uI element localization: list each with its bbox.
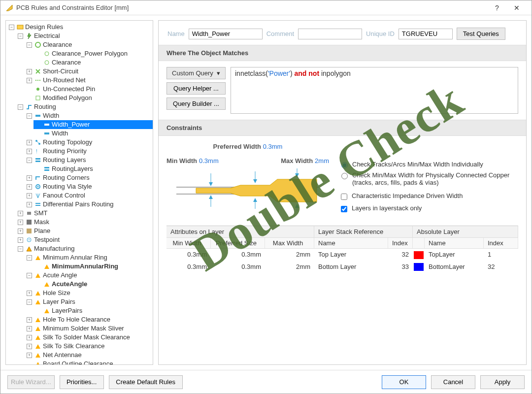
svg-marker-29 — [35, 256, 40, 260]
rule-wizard-button[interactable]: Rule Wizard... — [7, 375, 55, 389]
tree-clearance-power[interactable]: Clearance_Power Polygon — [33, 49, 153, 58]
tree-rcorners[interactable]: +Routing Corners — [25, 173, 153, 182]
tree-msms[interactable]: +Minimum Solder Mask Sliver — [25, 324, 153, 333]
tree-unconn[interactable]: Un-Connected Pin — [25, 85, 153, 94]
check-connected-radio[interactable] — [341, 173, 348, 179]
tree-s2s[interactable]: +Silk To Silk Clearance — [25, 342, 153, 351]
width-diagram: Preferred Width 0.3mm Min Width0.3mm Max… — [166, 143, 329, 212]
tree-label: Design Rules — [25, 23, 63, 32]
svg-rect-10 — [44, 132, 49, 134]
tree-testpoint[interactable]: +Testpoint — [16, 235, 153, 244]
tree-rlayers-leaf[interactable]: RoutingLayers — [33, 164, 153, 173]
svg-marker-31 — [35, 273, 40, 278]
tree-short[interactable]: +Short-Circuit — [25, 67, 153, 76]
comment-label: Comment — [266, 30, 294, 37]
svg-marker-41 — [35, 362, 40, 365]
tree-topo[interactable]: +Routing Topology — [25, 138, 153, 147]
svg-point-6 — [36, 88, 39, 91]
tree-routing[interactable]: −Routing — [16, 102, 153, 111]
chevron-down-icon: ▾ — [217, 69, 220, 77]
svg-marker-55 — [295, 204, 299, 208]
svg-marker-33 — [35, 291, 40, 296]
tree-hole[interactable]: +Hole Size — [25, 289, 153, 297]
svg-marker-45 — [209, 182, 213, 186]
table-row[interactable]: 0.3mm0.3mm2mmTop Layer32TopLayer1 — [166, 249, 518, 261]
svg-rect-8 — [35, 115, 40, 117]
svg-marker-0 — [6, 5, 12, 11]
layer-grid-groups: Attributes on Layer Layer Stack Referenc… — [166, 226, 518, 238]
window-title: PCB Rules and Constraints Editor [mm] — [16, 4, 487, 11]
impedance-checkbox[interactable] — [341, 194, 347, 200]
svg-point-27 — [29, 239, 30, 240]
create-default-rules-button[interactable]: Create Default Rules — [109, 375, 183, 389]
tree-manu[interactable]: −Manufacturing — [16, 244, 153, 253]
match-header: Where The Object Matches — [159, 45, 526, 61]
tree-electrical[interactable]: −Electrical — [16, 32, 153, 40]
tree-plane[interactable]: +Plane — [16, 227, 153, 235]
tree-diff[interactable]: +Differential Pairs Routing — [25, 200, 153, 209]
tree-smt[interactable]: +SMT — [16, 209, 153, 218]
query-helper-button[interactable]: Query Helper ... — [166, 82, 226, 95]
query-textbox[interactable]: innetclass('Power') and not inpolygon — [231, 67, 518, 114]
apply-button[interactable]: Apply — [480, 375, 525, 389]
name-label: Name — [167, 30, 185, 37]
tree-modpoly[interactable]: Modified Polygon — [25, 94, 153, 102]
uid-field[interactable] — [399, 29, 453, 39]
tree-prio[interactable]: +!Routing Priority — [25, 147, 153, 156]
cancel-button[interactable]: Cancel — [431, 375, 475, 389]
table-row[interactable]: 0.3mm0.3mm2mmBottom Layer33BottomLayer32 — [166, 261, 518, 273]
tree-width-grp[interactable]: −Width — [25, 111, 153, 120]
rules-tree[interactable]: −Design Rules −Electrical −Clearance Cle… — [5, 20, 153, 365]
dialog-footer: Rule Wizard... Priorities... Create Defa… — [0, 370, 532, 394]
svg-marker-30 — [44, 264, 49, 269]
svg-line-13 — [37, 141, 39, 143]
constraint-options: Check Tracks/Arcs Min/Max Width Individu… — [339, 143, 518, 217]
layer-grid-columns: Min Width Preferred Size Max Width Name … — [166, 238, 518, 249]
tree-unrouted[interactable]: +Un-Routed Net — [25, 76, 153, 85]
svg-marker-47 — [209, 195, 213, 199]
tree-width-leaf[interactable]: Width — [33, 129, 153, 138]
tree-h2h[interactable]: +Hole To Hole Clearance — [25, 315, 153, 324]
svg-marker-39 — [35, 344, 40, 349]
svg-point-3 — [45, 52, 49, 56]
query-builder-button[interactable]: Query Builder ... — [166, 98, 226, 110]
tree-minann-leaf[interactable]: MinimumAnnularRing — [33, 262, 153, 271]
tree-fanout[interactable]: +Fanout Control — [25, 191, 153, 200]
svg-rect-18 — [44, 169, 49, 171]
match-scope-dropdown[interactable]: Custom Query▾ — [166, 67, 226, 79]
constraints-body: Preferred Width 0.3mm Min Width0.3mm Max… — [159, 136, 526, 364]
layerstack-checkbox[interactable] — [341, 206, 347, 212]
priorities-button[interactable]: Priorities... — [60, 375, 104, 389]
close-button[interactable]: ✕ — [507, 4, 527, 12]
tree-lpairs-leaf[interactable]: LayerPairs — [33, 306, 153, 315]
svg-rect-15 — [35, 158, 40, 160]
name-field[interactable] — [189, 29, 263, 39]
check-individually-radio[interactable] — [341, 162, 348, 168]
tree-boc[interactable]: Board Outline Clearance — [25, 360, 153, 365]
tree-acute-leaf[interactable]: AcuteAngle — [33, 280, 153, 289]
tree-rvia[interactable]: +Routing Via Style — [25, 182, 153, 191]
svg-point-20 — [37, 186, 39, 188]
tree-rlayers[interactable]: −Routing Layers — [25, 156, 153, 164]
layer-grid-body: 0.3mm0.3mm2mmTop Layer32TopLayer10.3mm0.… — [166, 249, 518, 273]
svg-marker-51 — [253, 198, 257, 202]
ok-button[interactable]: OK — [382, 375, 426, 389]
tree-root[interactable]: −Design Rules — [7, 23, 153, 32]
svg-rect-25 — [27, 229, 32, 233]
tree-mask[interactable]: +Mask — [16, 218, 153, 227]
tree-clearance-grp[interactable]: −Clearance — [25, 40, 153, 49]
tree-minann-grp[interactable]: −Minimum Annular Ring — [25, 253, 153, 262]
tree-lpairs-grp[interactable]: −Layer Pairs — [25, 297, 153, 306]
tree-clearance-leaf[interactable]: Clearance — [33, 58, 153, 67]
body: −Design Rules −Electrical −Clearance Cle… — [0, 15, 532, 370]
svg-rect-7 — [36, 96, 40, 100]
test-queries-button[interactable]: Test Queries — [457, 28, 505, 40]
uid-label: Unique ID — [366, 30, 395, 37]
comment-field[interactable] — [298, 29, 362, 39]
tree-width-power[interactable]: Width_Power — [33, 120, 153, 129]
tree-s2sm[interactable]: +Silk To Solder Mask Clearance — [25, 333, 153, 342]
tree-acute-grp[interactable]: −Acute Angle — [25, 271, 153, 280]
tree-netant[interactable]: +Net Antennae — [25, 351, 153, 360]
help-button[interactable]: ? — [487, 4, 507, 12]
svg-point-2 — [35, 42, 40, 47]
